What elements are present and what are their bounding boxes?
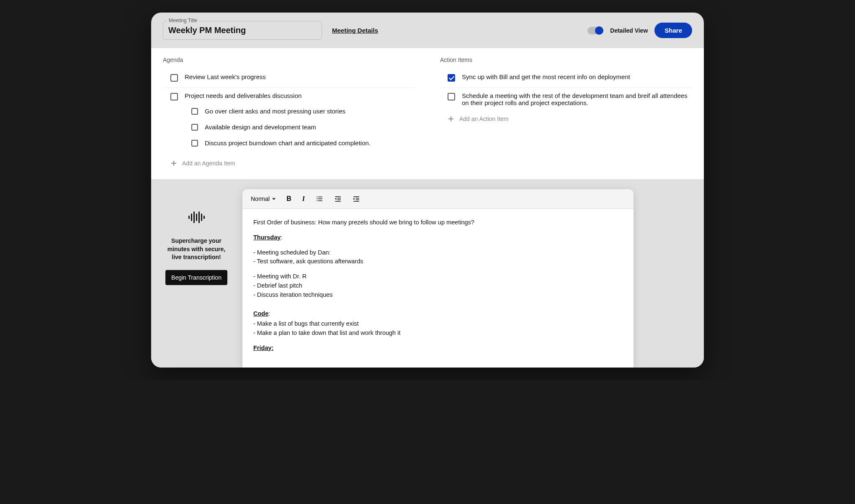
svg-rect-8 [337, 200, 340, 201]
agenda-subitem: Available design and development team [191, 119, 415, 135]
agenda-item: Project needs and deliverables discussio… [163, 88, 415, 157]
indent-increase-button[interactable] [353, 195, 360, 203]
svg-rect-6 [335, 196, 341, 197]
indent-decrease-button[interactable] [334, 195, 342, 203]
agenda-item-text: Review Last week's progress [185, 73, 266, 80]
svg-rect-1 [318, 197, 322, 198]
detailed-view-toggle[interactable] [587, 27, 603, 34]
editor-line: - Make a list of bugs that currently exi… [253, 319, 623, 329]
svg-rect-3 [318, 198, 322, 199]
agenda-subitem: Discuss project burndown chart and antic… [191, 135, 415, 151]
svg-rect-14 [353, 201, 359, 202]
editor-card: Normal B I First Order of business: How … [242, 189, 634, 368]
svg-marker-15 [353, 198, 355, 200]
checkbox[interactable] [170, 74, 178, 82]
editor-heading: Code: [253, 309, 623, 319]
add-agenda-label: Add an Agenda Item [182, 160, 235, 167]
header-right: Detailed View Share [587, 23, 692, 38]
content-panel: Agenda Review Last week's progress Proje… [151, 48, 704, 179]
editor-toolbar: Normal B I [242, 189, 634, 209]
agenda-title: Agenda [163, 57, 415, 63]
chevron-down-icon [272, 198, 276, 200]
soundwave-icon [163, 210, 230, 224]
agenda-item-text: Project needs and deliverables discussio… [185, 92, 301, 100]
checkbox[interactable] [448, 74, 455, 82]
checkbox[interactable] [191, 124, 198, 131]
app-card: Meeting Title Meeting Details Detailed V… [151, 13, 704, 368]
actions-title: Action Items [440, 57, 692, 63]
add-agenda-item[interactable]: Add an Agenda Item [163, 157, 415, 167]
agenda-column: Agenda Review Last week's progress Proje… [163, 57, 415, 167]
agenda-subitem: Go over client asks and most pressing us… [191, 103, 415, 119]
action-item: Schedule a meeting with the rest of the … [440, 88, 692, 112]
checkbox[interactable] [191, 140, 198, 147]
svg-rect-9 [335, 201, 341, 202]
editor-body[interactable]: First Order of business: How many prezel… [242, 209, 634, 368]
agenda-subitem-text: Available design and development team [205, 123, 316, 131]
svg-rect-4 [317, 201, 317, 201]
editor-line: - Make a plan to take down that list and… [253, 329, 623, 338]
agenda-subitem-text: Go over client asks and most pressing us… [205, 108, 345, 115]
checkbox[interactable] [170, 93, 178, 100]
svg-rect-12 [355, 198, 359, 199]
meeting-title-field: Meeting Title [163, 21, 322, 40]
editor-line: - Meeting scheduled by Dan: [253, 248, 623, 257]
italic-button[interactable]: I [302, 195, 305, 203]
svg-rect-11 [353, 196, 359, 197]
editor-line: - Test software, ask questions afterward… [253, 257, 623, 266]
action-item-text: Schedule a meeting with the rest of the … [462, 92, 692, 106]
meeting-title-label: Meeting Title [167, 18, 199, 23]
header: Meeting Title Meeting Details Detailed V… [151, 13, 704, 48]
lower-section: Supercharge your minutes with secure, li… [151, 179, 704, 368]
agenda-subitems: Go over client asks and most pressing us… [170, 100, 415, 151]
format-select[interactable]: Normal [251, 195, 276, 202]
editor-group: - Meeting with Dr. R - Debrief last pitc… [253, 272, 623, 299]
checkbox[interactable] [448, 93, 455, 100]
agenda-subitem-text: Discuss project burndown chart and antic… [205, 139, 371, 147]
meeting-details-link[interactable]: Meeting Details [332, 27, 378, 34]
list-icon [316, 195, 323, 203]
svg-rect-2 [317, 198, 317, 199]
begin-transcription-button[interactable]: Begin Transcription [165, 270, 227, 285]
svg-rect-7 [337, 198, 340, 199]
transcription-promo: Supercharge your minutes with secure, li… [163, 237, 230, 262]
svg-rect-13 [355, 200, 359, 201]
agenda-item: Review Last week's progress [163, 69, 415, 88]
format-label: Normal [251, 195, 270, 202]
checkbox[interactable] [191, 108, 198, 115]
plus-icon [448, 116, 454, 122]
action-item-text: Sync up with Bill and get the most recen… [462, 73, 630, 80]
share-button[interactable]: Share [654, 23, 692, 38]
editor-line: First Order of business: How many prezel… [253, 218, 623, 227]
editor-group: - Meeting scheduled by Dan: - Test softw… [253, 248, 623, 267]
transcription-sidebar: Supercharge your minutes with secure, li… [163, 189, 230, 368]
svg-rect-0 [317, 197, 317, 198]
add-action-item[interactable]: Add an Action Item [440, 112, 692, 122]
editor-line: - Meeting with Dr. R [253, 272, 623, 281]
actions-column: Action Items Sync up with Bill and get t… [440, 57, 692, 167]
bulleted-list-button[interactable] [316, 195, 323, 203]
svg-rect-5 [318, 201, 322, 201]
toggle-knob [595, 26, 603, 35]
action-item: Sync up with Bill and get the most recen… [440, 69, 692, 88]
editor-heading: Thursday: [253, 233, 623, 242]
indent-decrease-icon [334, 195, 342, 203]
svg-marker-10 [335, 198, 336, 200]
editor-line: - Discuss iteration techniques [253, 291, 623, 300]
plus-icon [170, 160, 177, 167]
add-action-label: Add an Action Item [459, 116, 509, 122]
detailed-view-label: Detailed View [610, 27, 648, 34]
bold-button[interactable]: B [286, 195, 291, 203]
editor-line: - Debrief last pitch [253, 281, 623, 291]
editor-heading: Friday: [253, 344, 623, 353]
meeting-title-input[interactable] [163, 21, 322, 40]
indent-increase-icon [353, 195, 360, 203]
editor-group: - Make a list of bugs that currently exi… [253, 319, 623, 338]
